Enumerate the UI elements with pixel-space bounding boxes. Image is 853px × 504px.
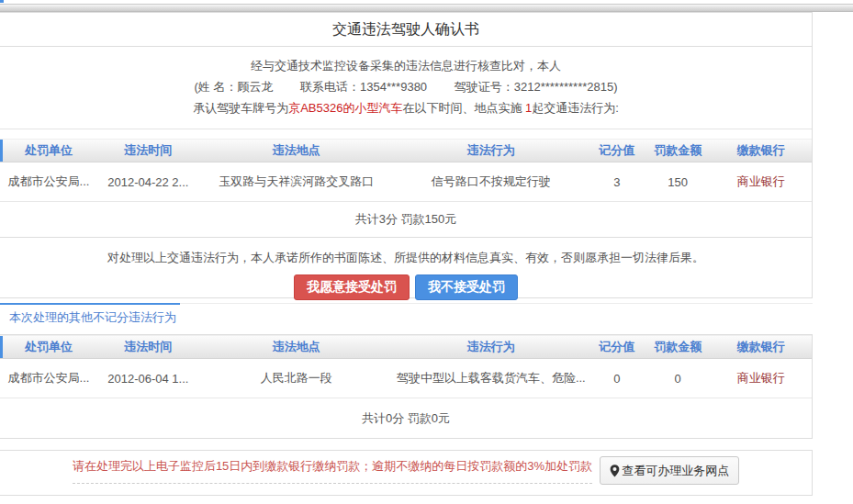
col-violation-time: 违法时间 bbox=[97, 142, 199, 159]
bank-link[interactable]: 商业银行 bbox=[737, 371, 785, 385]
col-points: 记分值 bbox=[589, 339, 645, 355]
location-pin-icon bbox=[610, 465, 620, 477]
col-violation-time: 违法时间 bbox=[97, 339, 199, 355]
bank-link[interactable]: 商业银行 bbox=[737, 174, 785, 188]
cell-points: 3 bbox=[589, 175, 645, 189]
violation-table: 处罚单位 违法时间 违法地点 违法行为 记分值 罚款金额 缴款银行 成都市公安局… bbox=[0, 129, 812, 238]
clipped-page-element bbox=[0, 0, 4, 3]
table-summary: 共计3分 罚款150元 bbox=[0, 202, 812, 237]
view-service-locations-button[interactable]: 查看可办理业务网点 bbox=[600, 456, 739, 485]
cell-points: 0 bbox=[589, 372, 645, 386]
driver-license-number: 驾驶证号：3212**********2815) bbox=[455, 80, 618, 94]
intro-line-3: 承认驾驶车牌号为京AB5326的小型汽车在以下时间、地点实施 1起交通违法行为: bbox=[0, 97, 812, 118]
cell-punish-unit: 成都市公安局... bbox=[0, 174, 97, 190]
intro-line-2: (姓 名：顾云龙 联系电话：1354***9380 驾驶证号：3212*****… bbox=[0, 76, 812, 97]
view-service-locations-label: 查看可办理业务网点 bbox=[622, 463, 729, 479]
violation-table-header: 处罚单位 违法时间 违法地点 违法行为 记分值 罚款金额 缴款银行 bbox=[0, 139, 812, 162]
confirm-suffix: 起交通违法行为: bbox=[532, 101, 619, 115]
header-accent-bar bbox=[0, 140, 3, 162]
other-violations-panel: 处罚单位 违法时间 违法地点 违法行为 记分值 罚款金额 缴款银行 成都市公安局… bbox=[0, 334, 813, 439]
payment-notice-panel: 请在处理完以上电子监控后15日内到缴款银行缴纳罚款；逾期不缴纳的每日按罚款额的3… bbox=[0, 450, 813, 496]
payment-deadline-notice: 请在处理完以上电子监控后15日内到缴款银行缴纳罚款；逾期不缴纳的每日按罚款额的3… bbox=[73, 458, 592, 484]
col-fine-amount: 罚款金额 bbox=[645, 142, 711, 159]
promise-statement: 对处理以上交通违法行为，本人承诺所作的书面陈述、所提供的材料信息真实、有效，否则… bbox=[0, 250, 812, 266]
other-table-header: 处罚单位 违法时间 违法地点 违法行为 记分值 罚款金额 缴款银行 bbox=[0, 335, 812, 359]
reject-penalty-button[interactable]: 我不接受处罚 bbox=[415, 274, 518, 300]
other-violations-tabstrip: 本次处理的其他不记分违法行为 bbox=[0, 303, 813, 326]
header-accent-bar bbox=[0, 336, 3, 358]
col-violation-behavior: 违法行为 bbox=[394, 142, 589, 159]
col-points: 记分值 bbox=[589, 142, 645, 159]
page-title: 交通违法驾驶人确认书 bbox=[0, 13, 812, 47]
col-payment-bank: 缴款银行 bbox=[710, 339, 812, 355]
cell-violation-time: 2012-04-22 2... bbox=[97, 175, 199, 189]
driver-name: (姓 名：顾云龙 bbox=[195, 80, 274, 94]
table-summary: 共计0分 罚款0元 bbox=[0, 398, 812, 438]
col-violation-place: 违法地点 bbox=[199, 339, 394, 355]
tab-other-violations[interactable]: 本次处理的其他不记分违法行为 bbox=[0, 309, 176, 326]
active-tab-indicator bbox=[0, 303, 180, 305]
table-row: 成都市公安局... 2012-06-04 1... 人民北路一段 驾驶中型以上载… bbox=[0, 359, 812, 398]
confirm-prefix: 承认驾驶车牌号为 bbox=[193, 101, 288, 115]
intro-line-1: 经与交通技术监控设备采集的违法信息进行核查比对，本人 bbox=[0, 55, 812, 76]
cell-fine-amount: 0 bbox=[645, 372, 711, 386]
col-fine-amount: 罚款金额 bbox=[645, 339, 711, 355]
cell-violation-place: 玉双路与天祥滨河路交叉路口 bbox=[199, 174, 394, 190]
col-violation-place: 违法地点 bbox=[199, 142, 394, 159]
table-row: 成都市公安局... 2012-04-22 2... 玉双路与天祥滨河路交叉路口 … bbox=[0, 162, 812, 202]
confirm-mid: 在以下时间、地点实施 bbox=[402, 101, 525, 115]
cell-violation-behavior: 信号路口不按规定行驶 bbox=[394, 174, 589, 190]
col-violation-behavior: 违法行为 bbox=[394, 339, 589, 355]
vehicle-plate: 京AB5326的小型汽车 bbox=[288, 101, 402, 115]
statement-section: 对处理以上交通违法行为，本人承诺所作的书面陈述、所提供的材料信息真实、有效，否则… bbox=[0, 250, 812, 310]
confirmation-panel: 交通违法驾驶人确认书 经与交通技术监控设备采集的违法信息进行核查比对，本人 (姓… bbox=[0, 12, 813, 298]
intro-section: 经与交通技术监控设备采集的违法信息进行核查比对，本人 (姓 名：顾云龙 联系电话… bbox=[0, 47, 812, 129]
col-punish-unit: 处罚单位 bbox=[0, 339, 97, 355]
col-payment-bank: 缴款银行 bbox=[710, 142, 812, 159]
cell-violation-time: 2012-06-04 1... bbox=[97, 372, 199, 386]
cell-violation-behavior: 驾驶中型以上载客载货汽车、危险... bbox=[394, 370, 589, 386]
accept-penalty-button[interactable]: 我愿意接受处罚 bbox=[294, 274, 410, 300]
col-punish-unit: 处罚单位 bbox=[0, 142, 97, 159]
cell-punish-unit: 成都市公安局... bbox=[0, 370, 97, 386]
horizontal-scrollbar[interactable] bbox=[0, 4, 853, 12]
driver-phone: 联系电话：1354***9380 bbox=[300, 80, 427, 94]
cell-violation-place: 人民北路一段 bbox=[199, 370, 394, 386]
cell-fine-amount: 150 bbox=[645, 175, 711, 189]
